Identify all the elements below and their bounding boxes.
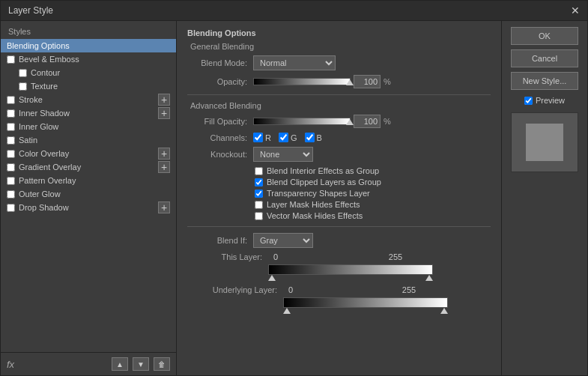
sidebar-item-inner-glow[interactable]: Inner Glow bbox=[1, 120, 176, 133]
blend-if-select[interactable]: Gray Red Green Blue bbox=[253, 233, 313, 248]
this-layer-left-arrow[interactable] bbox=[268, 275, 276, 281]
underlying-left-arrow[interactable] bbox=[283, 308, 291, 314]
sidebar-checkbox-bevel-emboss[interactable] bbox=[7, 55, 15, 64]
sidebar-item-inner-shadow[interactable]: Inner Shadow+ bbox=[1, 106, 176, 120]
new-style-button[interactable]: New Style... bbox=[511, 72, 578, 90]
fill-opacity-slider-container: % bbox=[253, 115, 391, 128]
sidebar-add-inner-shadow[interactable]: + bbox=[158, 107, 170, 119]
bottom-icons: ▲ ▼ 🗑 bbox=[112, 357, 170, 371]
channels-row: Channels: R G B bbox=[187, 133, 491, 142]
title-bar: Layer Style ✕ bbox=[1, 1, 587, 21]
underlying-slider-wrap bbox=[187, 297, 491, 314]
channel-r-checkbox[interactable] bbox=[253, 133, 263, 142]
sidebar-item-gradient-overlay[interactable]: Gradient Overlay+ bbox=[1, 160, 176, 174]
blend-if-label: Blend If: bbox=[187, 236, 247, 245]
sidebar-label-outer-glow: Outer Glow bbox=[19, 189, 61, 198]
sidebar-item-texture[interactable]: Texture bbox=[1, 79, 176, 93]
this-layer-label: This Layer: bbox=[187, 252, 262, 261]
knockout-label: Knockout: bbox=[187, 150, 247, 159]
opacity-slider-track[interactable] bbox=[253, 78, 351, 85]
general-blending-label: General Blending bbox=[187, 42, 491, 51]
this-layer-row: This Layer: 0 255 bbox=[187, 252, 491, 261]
sidebar-item-color-overlay[interactable]: Color Overlay+ bbox=[1, 147, 176, 160]
transparency-checkbox[interactable] bbox=[255, 189, 263, 198]
sidebar-checkbox-texture[interactable] bbox=[19, 82, 27, 91]
sidebar-label-color-overlay: Color Overlay bbox=[19, 149, 69, 158]
sidebar-item-blending-options[interactable]: Blending Options bbox=[1, 39, 176, 52]
move-up-button[interactable]: ▲ bbox=[112, 357, 128, 371]
opacity-value-input[interactable] bbox=[354, 75, 381, 88]
fill-opacity-slider-track[interactable] bbox=[253, 118, 351, 125]
fill-opacity-slider-thumb[interactable] bbox=[346, 119, 354, 125]
opacity-row: Opacity: % bbox=[187, 75, 491, 88]
sidebar-add-stroke[interactable]: + bbox=[158, 94, 170, 106]
sidebar-checkbox-outer-glow[interactable] bbox=[7, 190, 15, 198]
this-layer-slider[interactable] bbox=[268, 264, 433, 281]
channel-b-text: B bbox=[317, 133, 322, 142]
underlying-layer-slider[interactable] bbox=[283, 297, 448, 314]
channel-g-checkbox[interactable] bbox=[279, 133, 288, 142]
vector-mask-checkbox[interactable] bbox=[255, 212, 263, 220]
right-panel: OK Cancel New Style... Preview bbox=[501, 21, 587, 375]
sidebar-checkbox-contour[interactable] bbox=[19, 69, 27, 77]
styles-list: Blending OptionsBevel & EmbossContourTex… bbox=[1, 39, 176, 352]
sidebar-checkbox-satin[interactable] bbox=[7, 136, 15, 145]
sidebar-checkbox-gradient-overlay[interactable] bbox=[7, 163, 15, 172]
fill-opacity-row: Fill Opacity: % bbox=[187, 115, 491, 128]
preview-label: Preview bbox=[536, 96, 565, 105]
close-button[interactable]: ✕ bbox=[571, 5, 580, 16]
ok-button[interactable]: OK bbox=[511, 27, 578, 45]
sidebar-checkbox-drop-shadow[interactable] bbox=[7, 204, 15, 212]
sidebar-add-gradient-overlay[interactable]: + bbox=[158, 161, 170, 173]
move-down-button[interactable]: ▼ bbox=[133, 357, 149, 371]
sidebar-checkbox-inner-shadow[interactable] bbox=[7, 109, 15, 118]
channel-b-checkbox[interactable] bbox=[305, 133, 315, 142]
sidebar-item-bevel-emboss[interactable]: Bevel & Emboss bbox=[1, 52, 176, 66]
sidebar-checkbox-inner-glow[interactable] bbox=[7, 123, 15, 131]
underlying-gradient bbox=[283, 297, 448, 308]
preview-checkbox[interactable] bbox=[524, 97, 533, 105]
opacity-slider-thumb[interactable] bbox=[346, 79, 354, 85]
channel-r-text: R bbox=[265, 133, 271, 142]
sidebar-label-inner-glow: Inner Glow bbox=[19, 122, 58, 131]
dialog-title: Layer Style bbox=[8, 5, 53, 16]
channel-g-text: G bbox=[291, 133, 297, 142]
sidebar-item-satin[interactable]: Satin bbox=[1, 133, 176, 147]
blend-clipped-checkbox[interactable] bbox=[255, 178, 263, 187]
this-layer-arrows bbox=[268, 275, 433, 281]
blend-if-section: Blend If: Gray Red Green Blue This Layer… bbox=[187, 233, 491, 314]
underlying-max: 255 bbox=[401, 285, 416, 294]
sidebar-checkbox-color-overlay[interactable] bbox=[7, 150, 15, 158]
blend-interior-label: Blend Interior Effects as Group bbox=[267, 166, 379, 175]
this-layer-right-arrow[interactable] bbox=[425, 275, 433, 281]
sidebar-item-outer-glow[interactable]: Outer Glow bbox=[1, 187, 176, 201]
underlying-right-arrow[interactable] bbox=[440, 308, 448, 314]
blend-interior-checkbox[interactable] bbox=[255, 167, 263, 175]
layer-mask-checkbox[interactable] bbox=[255, 201, 263, 209]
knockout-select[interactable]: None Shallow Deep bbox=[253, 147, 313, 162]
sidebar-item-stroke[interactable]: Stroke+ bbox=[1, 93, 176, 106]
middle-panel: Blending Options General Blending Blend … bbox=[177, 21, 501, 375]
underlying-layer-row: Underlying Layer: 0 255 bbox=[187, 285, 491, 294]
vector-mask-label: Vector Mask Hides Effects bbox=[267, 211, 363, 220]
delete-button[interactable]: 🗑 bbox=[154, 357, 170, 371]
sidebar-checkbox-stroke[interactable] bbox=[7, 96, 15, 104]
sidebar-add-color-overlay[interactable]: + bbox=[158, 148, 170, 160]
sidebar-item-drop-shadow[interactable]: Drop Shadow+ bbox=[1, 201, 176, 214]
left-panel: Styles Blending OptionsBevel & EmbossCon… bbox=[1, 21, 177, 375]
vector-mask-row: Vector Mask Hides Effects bbox=[255, 211, 491, 220]
channels-checkboxes: R G B bbox=[253, 133, 322, 142]
this-layer-gradient bbox=[268, 264, 433, 275]
blend-interior-row: Blend Interior Effects as Group bbox=[255, 166, 491, 175]
sidebar-add-drop-shadow[interactable]: + bbox=[158, 201, 170, 213]
cancel-button[interactable]: Cancel bbox=[511, 49, 578, 67]
sidebar-item-contour[interactable]: Contour bbox=[1, 66, 176, 79]
fill-opacity-value-input[interactable] bbox=[354, 115, 381, 128]
knockout-row: Knockout: None Shallow Deep bbox=[187, 147, 491, 162]
sidebar-item-pattern-overlay[interactable]: Pattern Overlay bbox=[1, 174, 176, 187]
channel-g-label: G bbox=[279, 133, 297, 142]
sidebar-checkbox-pattern-overlay[interactable] bbox=[7, 177, 15, 185]
blend-mode-select[interactable]: Normal Multiply Screen bbox=[253, 55, 336, 70]
blend-mode-label: Blend Mode: bbox=[187, 58, 247, 67]
sidebar-label-inner-shadow: Inner Shadow bbox=[19, 109, 70, 118]
